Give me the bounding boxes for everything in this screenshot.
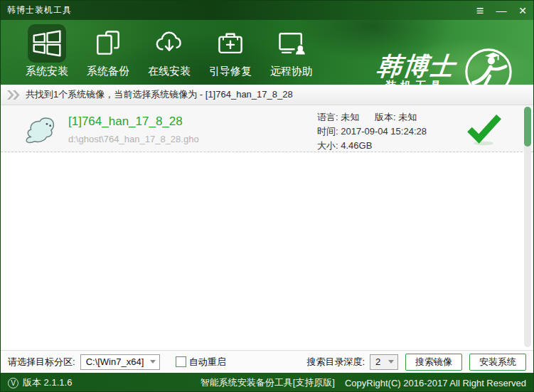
remote-assist-icon	[272, 24, 311, 63]
nav-label: 远程协助	[270, 65, 313, 78]
language-value: 未知	[341, 112, 359, 122]
toolbox-repair-icon	[211, 24, 250, 63]
windows-icon	[28, 24, 66, 63]
chevron-down-icon	[150, 360, 156, 364]
status-right-group: 智能系统安装备份工具[支持原版] CopyRight(C) 2016-2017 …	[201, 376, 533, 389]
ghost-icon	[21, 111, 56, 149]
footer-controls: 请选择目标分区: C:\[Win7_x64] 自动重启 搜索目录深度: 2 搜索…	[1, 350, 533, 373]
backup-copy-icon	[89, 24, 127, 63]
window-title: 韩博士装机工具	[1, 4, 72, 16]
version-circle-icon: V	[8, 378, 18, 388]
brand-name: 韩博士	[375, 53, 457, 79]
partition-label: 请选择目标分区:	[8, 356, 75, 369]
version-value: 未知	[398, 112, 417, 122]
tool-description: 智能系统安装备份工具[支持原版]	[201, 376, 335, 389]
double-chevron-right-icon	[7, 90, 20, 100]
version-text: 版本 2.1.1.6	[23, 376, 72, 389]
depth-select[interactable]: 2	[370, 354, 398, 370]
nav-label: 引导修复	[209, 65, 252, 78]
search-image-button[interactable]: 搜索镜像	[405, 354, 462, 371]
detail-line-size: 大小: 4.46GB	[317, 139, 427, 153]
auto-restart-checkbox[interactable]	[176, 356, 186, 367]
image-name[interactable]: [1]764_han_17_8_28	[68, 115, 183, 129]
scrollbar-thumb[interactable]	[524, 107, 531, 147]
nav-item-system-backup[interactable]: 系统备份	[78, 24, 139, 78]
minimize-button[interactable]: —	[491, 1, 512, 20]
nav-bar: 系统安装 系统备份 在线安装	[1, 20, 533, 85]
image-details: 语言: 未知 版本: 未知 时间: 2017-09-04 15:24:28 大小…	[317, 110, 427, 153]
green-checkmark-icon	[464, 110, 504, 150]
depth-label: 搜索目录深度:	[306, 356, 365, 369]
image-list-area: [1]764_han_17_8_28 d:\ghost\764_han_17_8…	[1, 105, 533, 350]
version-group: V 版本 2.1.1.6	[8, 376, 72, 389]
nav-label: 系统安装	[26, 65, 68, 78]
breadcrumb-text: 共找到1个系统镜像，当前选择系统镜像为 - [1]764_han_17_8_28	[26, 88, 293, 101]
cloud-download-icon	[150, 24, 188, 63]
nav-label: 在线安装	[148, 65, 191, 78]
image-path: d:\ghost\764_han_17_8_28.gho	[68, 134, 199, 144]
breadcrumb: 共找到1个系统镜像，当前选择系统镜像为 - [1]764_han_17_8_28	[1, 85, 533, 105]
copyright-text: CopyRight(C) 2016-2017 All Right Reserve…	[345, 378, 526, 388]
menu-button[interactable]: ≡	[469, 1, 491, 20]
close-button[interactable]: ✕	[512, 1, 533, 20]
detail-line-time: 时间: 2017-09-04 15:24:28	[317, 125, 427, 139]
title-bar: 韩博士装机工具 ≡ — ✕	[1, 1, 533, 20]
partition-select[interactable]: C:\[Win7_x64]	[80, 354, 160, 370]
nav-item-online-install[interactable]: 在线安装	[139, 24, 200, 78]
chevron-down-icon	[388, 360, 394, 364]
size-value: 4.46GB	[341, 140, 372, 151]
nav-item-boot-repair[interactable]: 引导修复	[200, 24, 261, 78]
window-controls: ≡ — ✕	[469, 1, 533, 20]
nav-item-system-install[interactable]: 系统安装	[16, 24, 78, 78]
partition-value: C:\[Win7_x64]	[86, 356, 144, 367]
nav-item-remote-assist[interactable]: 远程协助	[261, 24, 322, 78]
scrollbar-track[interactable]	[524, 107, 531, 347]
image-list-item[interactable]: [1]764_han_17_8_28 d:\ghost\764_han_17_8…	[1, 105, 533, 152]
nav-label: 系统备份	[87, 65, 129, 78]
app-window: 韩博士装机工具 ≡ — ✕ 系统安装	[0, 0, 534, 392]
time-value: 2017-09-04 15:24:28	[341, 126, 427, 137]
install-system-button[interactable]: 安装系统	[469, 354, 526, 371]
detail-line-language-version: 语言: 未知 版本: 未知	[317, 110, 427, 125]
status-bar: V 版本 2.1.1.6 智能系统安装备份工具[支持原版] CopyRight(…	[1, 373, 533, 392]
depth-value: 2	[375, 356, 380, 367]
auto-restart-label[interactable]: 自动重启	[189, 356, 226, 369]
